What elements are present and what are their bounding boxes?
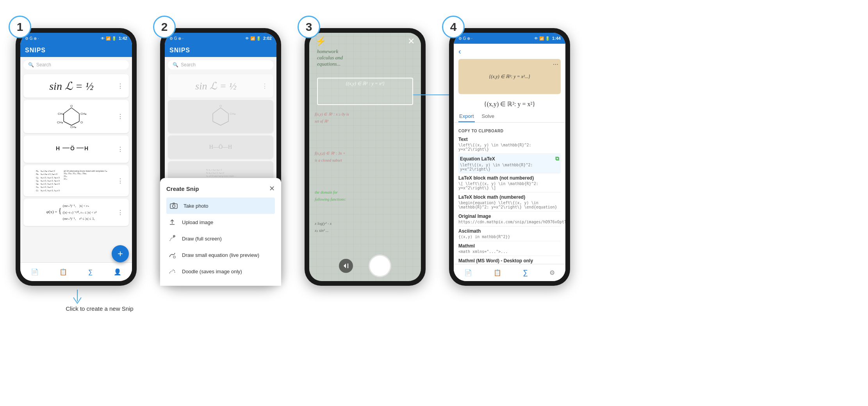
svg-line-21 <box>213 121 221 125</box>
svg-text:H: H <box>84 145 88 151</box>
phone-3-wrapper: 3 ⚡ ✕ homeworkcalculus andequations... <box>305 28 426 286</box>
flash-icon[interactable]: ⚡ <box>315 36 326 46</box>
snip-more-2[interactable]: ⋮ <box>116 112 125 121</box>
phone-1-wrapper: 1 ⚙ G ⊕ · 👁 📶 🔋 1:42 <box>16 28 137 286</box>
time-1: 1:42 <box>119 36 127 41</box>
result-bottom-nav: 📄 📋 ∑ ⚙ <box>454 264 565 281</box>
back-button[interactable]: ‹ <box>458 47 461 56</box>
snip-item-2[interactable]: O CH₃ O CH₃ CH₃ CH₃ ⋮ <box>23 100 129 133</box>
snip-content-2-2: O CH₃ <box>172 104 269 129</box>
dialog-title: Create Snip <box>166 185 199 192</box>
fab-button-1[interactable]: + <box>112 245 129 262</box>
upload-image-label: Upload image <box>182 219 213 225</box>
svg-text:Ö: Ö <box>70 145 75 151</box>
table-content: P₁P₂C₁C₂C₃C₄C₅ h₁ ≤ h₂ ≤ h₃ ≤ 0 h₁ ≤ h₂ … <box>36 169 107 192</box>
time-2: 2:02 <box>263 36 272 41</box>
copy-item-text[interactable]: Text \left\{(x, y) \in \mathbb{R}^2: y=x… <box>458 135 561 154</box>
export-tab[interactable]: Export <box>458 111 475 122</box>
snip-item-2-1: sin ℒ = ½ ⋮ <box>168 74 273 98</box>
result-header: ‹ <box>454 44 565 57</box>
main-scene: 1 ⚙ G ⊕ · 👁 📶 🔋 1:42 <box>16 8 852 398</box>
snip-list-1: sin ℒ = ½ ⋮ <box>20 73 132 262</box>
step-3-badge: 3 <box>298 16 320 38</box>
copy-label-block-num: LaTeX block math (numbered) <box>458 194 561 200</box>
search-bar-2[interactable]: 🔍 Search <box>168 60 273 69</box>
snip-more-4[interactable]: ⋮ <box>116 176 125 185</box>
copy-label-block-nonum: LaTeX block math (not numbered) <box>458 175 561 181</box>
copy-item-mathml-word[interactable]: Mathml (MS Word) - Desktop only <math xm… <box>458 256 561 264</box>
svg-line-3 <box>64 121 71 125</box>
copy-item-latex[interactable]: Equation LaTeX ⧉ \left\{(x, y) \in \math… <box>458 154 561 173</box>
draw-fullscreen-icon <box>168 234 176 243</box>
snip-content-2: O CH₃ O CH₃ CH₃ CH₃ <box>27 104 116 129</box>
result-section: COPY TO CLIPBOARD Text \left\{(x, y) \in… <box>454 124 565 264</box>
shutter-button[interactable] <box>369 255 391 277</box>
snip-item-5[interactable]: φ(x) = { (mr₊²)⁻¹, |x| < r₊ (|x|−r₊)⁻¹/⁴… <box>23 199 129 226</box>
copy-value-latex: \left\{(x, y) \in \mathbb{R}^2: y=x^2\ri… <box>460 163 559 171</box>
snip-item-3[interactable]: H Ö H ⋮ <box>23 135 129 163</box>
copy-item-original[interactable]: Original Image https://cdn.mathpix.com/s… <box>458 212 561 226</box>
search-bar-1[interactable]: 🔍 Search <box>23 60 129 69</box>
take-photo-label: Take photo <box>184 203 209 209</box>
copy-label-text: Text <box>458 137 561 142</box>
snip-more-5[interactable]: ⋮ <box>116 208 125 217</box>
step1-label: Click to create a new Snip <box>66 305 133 312</box>
status-icons-1: ⚙ G ⊕ · <box>25 36 39 41</box>
status-bar-2: ⚙ G ⊕ · 👁 📶 🔋 2:02 <box>165 33 276 44</box>
snip-item-1[interactable]: sin ℒ = ½ ⋮ <box>23 74 129 98</box>
camera-secondary-btn[interactable] <box>339 259 353 273</box>
nav-doc-icon[interactable]: 📄 <box>31 268 39 276</box>
doodle-item[interactable]: Doodle (saves image only) <box>166 263 275 280</box>
upload-image-item[interactable]: Upload image <box>166 214 275 230</box>
copy-item-block-num[interactable]: LaTeX block math (numbered) \begin{equat… <box>458 192 561 212</box>
copy-value-text: \left\{(x, y) \in \mathbb{R}^2: y=x^2\ri… <box>458 143 561 151</box>
app-title-2: SNIPS <box>169 47 272 54</box>
take-photo-item[interactable]: Take photo <box>166 198 275 214</box>
step1-arrow <box>66 290 89 305</box>
snip-content-2-4: P₁ h₁ ≤ h₂ ≤ h₃ ≤ 0 P₂ h₁ ≤ h₂ ≤ 0, h₃ ≤… <box>172 168 269 178</box>
search-placeholder-1: Search <box>36 62 51 68</box>
result-image: {(x,y) ∈ ℝ²: y = x²...} ⋯ <box>458 59 561 94</box>
phone-2-wrapper: 2 ⚙ G ⊕ · 👁 📶 🔋 2:02 <box>160 28 281 286</box>
copy-value-asciimath: {(x,y) in mathbb{R^2}} <box>458 235 561 239</box>
solve-tab[interactable]: Solve <box>481 111 495 122</box>
snip-more-1[interactable]: ⋮ <box>116 82 125 91</box>
chemical-svg-2: O CH₃ <box>199 104 242 129</box>
copy-item-asciimath[interactable]: Asciimath {(x,y) in mathbb{R^2}} <box>458 226 561 241</box>
copy-section-header: COPY TO CLIPBOARD <box>458 129 561 133</box>
snip-item-4[interactable]: P₁P₂C₁C₂C₃C₄C₅ h₁ ≤ h₂ ≤ h₃ ≤ 0 h₁ ≤ h₂ … <box>23 165 129 196</box>
snip-more-3[interactable]: ⋮ <box>116 145 125 154</box>
dialog-close-button[interactable]: ✕ <box>269 184 275 193</box>
camera-screen: ⚡ ✕ homeworkcalculus andequations... {(x… <box>309 33 421 281</box>
camera-top-bar: ⚡ ✕ <box>309 33 421 50</box>
svg-marker-31 <box>344 264 346 268</box>
nav-math-icon[interactable]: ∑ <box>88 269 93 276</box>
phone-2: ⚙ G ⊕ · 👁 📶 🔋 2:02 SNIPS 🔍 <box>160 28 281 286</box>
create-snip-dialog: Create Snip ✕ <box>165 178 276 281</box>
copy-value-block-num: \begin{equation} \left\{(x, y) \in \math… <box>458 201 561 209</box>
nav-face-icon[interactable]: 👤 <box>114 268 121 276</box>
chemical-svg-1: O CH₃ O CH₃ CH₃ CH₃ <box>50 104 93 129</box>
app-header-2: SNIPS <box>165 44 276 57</box>
nav-pdf-icon[interactable]: 📋 <box>59 268 67 276</box>
phone-4-inner: ⚙ G ⊕ · 👁 📶 🔋 1:44 ‹ <box>454 33 565 281</box>
copy-item-mathml[interactable]: Mathml <math xmlns="...">... <box>458 241 561 256</box>
close-camera-icon[interactable]: ✕ <box>408 36 415 46</box>
draw-small-item[interactable]: Draw small equation (live preview) <box>166 247 275 263</box>
copy-latex-icon[interactable]: ⧉ <box>555 155 559 162</box>
selected-formula-text: {(x,y) ∈ ℝ² : y = x²} <box>320 81 410 87</box>
copy-item-block-nonum[interactable]: LaTeX block math (not numbered) \[ \left… <box>458 173 561 192</box>
copy-label-asciimath: Asciimath <box>458 228 561 234</box>
camera-text-3: f(x,y,z) ∈ ℝ³ : 3x + is a closed subset <box>315 150 346 164</box>
draw-fullscreen-item[interactable]: Draw (full screen) <box>166 230 275 247</box>
snip-content-2-3: H—Ö—H <box>172 144 269 150</box>
result-nav-settings[interactable]: ⚙ <box>549 269 555 276</box>
result-nav-pdf[interactable]: 📋 <box>494 269 501 276</box>
result-nav-doc[interactable]: 📄 <box>464 269 472 276</box>
svg-text:O: O <box>70 104 73 108</box>
phone-4: ⚙ G ⊕ · 👁 📶 🔋 1:44 ‹ <box>449 28 570 286</box>
result-nav-math[interactable]: ∑ <box>523 269 528 277</box>
result-more-button[interactable]: ⋯ <box>553 61 558 68</box>
snip-content-2-1: sin ℒ = ½ <box>172 80 260 92</box>
dialog-header: Create Snip ✕ <box>166 184 275 193</box>
